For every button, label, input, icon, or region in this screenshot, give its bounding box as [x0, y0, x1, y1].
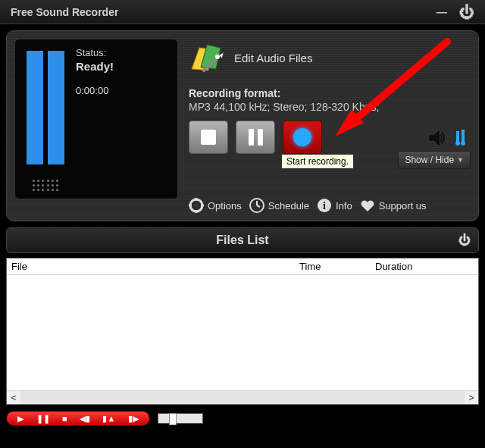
record-icon: [293, 128, 311, 146]
svg-point-9: [461, 141, 465, 146]
status-time: 0:00:00: [76, 85, 170, 96]
recording-format-label: Recording format:: [189, 87, 471, 99]
svg-point-8: [455, 141, 460, 146]
schedule-button[interactable]: Schedule: [249, 198, 309, 213]
led-grid: [33, 180, 44, 191]
player-seek-slider[interactable]: [158, 413, 203, 424]
info-label: Info: [336, 200, 352, 211]
player-controls: ▶ ❚❚ ■ ◀▮ ▮▲ ▮▶: [6, 411, 150, 426]
scroll-right[interactable]: >: [465, 393, 478, 403]
player-next-icon[interactable]: ▮▶: [128, 414, 139, 424]
support-label: Support us: [379, 200, 427, 211]
top-panel: Status: Ready! 0:00:00 Edit Audio Files …: [6, 30, 479, 221]
options-label: Options: [208, 200, 242, 211]
clock-icon: [249, 198, 264, 213]
chevron-down-icon: ▼: [457, 156, 464, 164]
minimize-button[interactable]: ─: [436, 5, 447, 20]
music-icon[interactable]: [454, 130, 471, 146]
col-time[interactable]: Time: [295, 261, 371, 272]
files-list-power-button[interactable]: ⏻: [458, 233, 471, 247]
recording-format-value: MP3 44,100 kHz; Stereo; 128-320 Kbps;: [189, 101, 471, 113]
col-duration[interactable]: Duration: [371, 261, 478, 272]
files-list: File Time Duration < >: [6, 258, 479, 405]
edit-audio-icon: [189, 42, 225, 74]
show-hide-label: Show / Hide: [405, 155, 454, 165]
svg-marker-5: [430, 131, 439, 145]
edit-audio-files[interactable]: Edit Audio Files: [189, 42, 471, 74]
vu-meter-box: Status: Ready! 0:00:00: [14, 39, 178, 199]
record-tooltip: Start recording.: [281, 154, 354, 169]
support-button[interactable]: Support us: [360, 198, 427, 213]
svg-point-11: [194, 203, 199, 208]
player-stop-icon[interactable]: ■: [62, 414, 67, 423]
app-title: Free Sound Recorder: [11, 6, 118, 18]
options-button[interactable]: Options: [189, 198, 242, 213]
horizontal-scrollbar[interactable]: < >: [7, 390, 478, 404]
show-hide-button[interactable]: Show / Hide ▼: [398, 151, 471, 169]
titlebar: Free Sound Recorder ─ ⏻: [0, 0, 485, 24]
slider-thumb[interactable]: [169, 413, 177, 425]
files-list-title: Files List: [216, 233, 268, 247]
player-up-icon[interactable]: ▮▲: [102, 414, 115, 424]
player-pause-icon[interactable]: ❚❚: [36, 414, 50, 424]
record-button[interactable]: [283, 121, 322, 154]
pause-button[interactable]: [236, 121, 275, 154]
speaker-icon[interactable]: [428, 130, 446, 146]
power-button[interactable]: ⏻: [459, 5, 474, 20]
heart-icon: [360, 198, 375, 213]
status-value: Ready!: [76, 60, 170, 73]
gear-icon: [189, 198, 204, 213]
pause-icon: [249, 129, 263, 146]
stop-button[interactable]: [189, 121, 228, 154]
info-button[interactable]: i Info: [317, 198, 352, 213]
vu-bar-left: [27, 51, 43, 164]
schedule-label: Schedule: [268, 200, 309, 211]
stop-icon: [201, 130, 216, 145]
led-grid: [47, 180, 58, 191]
scroll-left[interactable]: <: [7, 393, 20, 403]
svg-line-18: [257, 205, 260, 207]
scroll-track[interactable]: [20, 391, 465, 405]
col-file[interactable]: File: [7, 261, 295, 272]
svg-point-4: [215, 55, 220, 59]
files-list-columns: File Time Duration: [7, 258, 478, 275]
status-label: Status:: [76, 47, 170, 58]
edit-audio-label: Edit Audio Files: [234, 52, 312, 64]
right-panel: Edit Audio Files Recording format: MP3 4…: [189, 39, 471, 213]
svg-text:i: i: [323, 200, 326, 211]
player-play-icon[interactable]: ▶: [17, 414, 23, 424]
vu-meter-bars: [27, 47, 64, 164]
player-prev-icon[interactable]: ◀▮: [80, 414, 90, 424]
files-list-header: Files List ⏻: [6, 227, 479, 253]
player-bar: ▶ ❚❚ ■ ◀▮ ▮▲ ▮▶: [6, 409, 479, 428]
vu-bar-right: [48, 51, 64, 164]
info-icon: i: [317, 198, 332, 213]
